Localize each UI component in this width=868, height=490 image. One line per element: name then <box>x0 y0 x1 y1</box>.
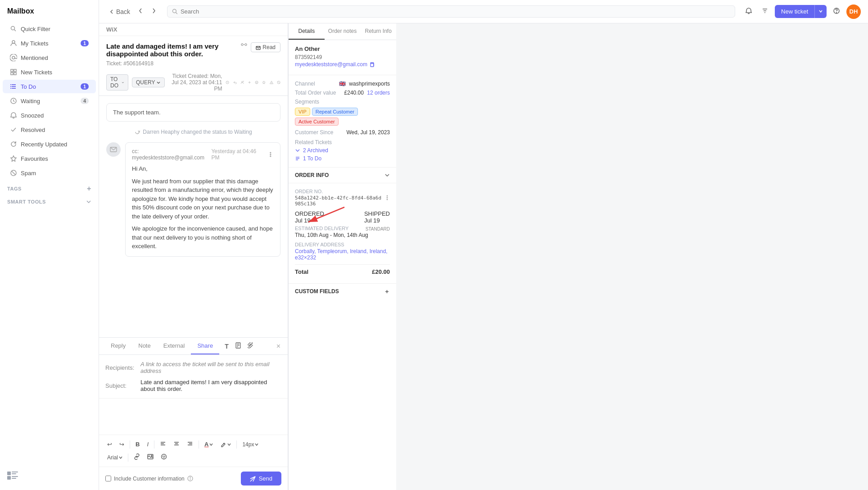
svg-marker-15 <box>11 156 16 161</box>
sidebar-item-snoozed[interactable]: Snoozed <box>3 109 96 122</box>
align-center-button[interactable] <box>171 439 182 450</box>
emoji-compose-icon <box>161 454 167 460</box>
svg-point-48 <box>270 152 271 153</box>
read-button[interactable]: Read <box>251 42 280 52</box>
timer-icon[interactable] <box>226 79 229 86</box>
link-toolbar-icon <box>134 454 140 460</box>
custom-fields-header[interactable]: CUSTOM FIELDS <box>289 284 396 299</box>
font-family-button[interactable]: Arial <box>104 453 125 463</box>
assign-icon[interactable] <box>240 79 244 86</box>
main-area: Back New ticket <box>99 0 868 490</box>
compose-tab-external[interactable]: External <box>157 338 191 354</box>
sidebar-item-favourites[interactable]: Favourites <box>3 152 96 165</box>
font-color-button[interactable]: A <box>202 439 216 449</box>
tags-add-button[interactable]: + <box>87 185 91 193</box>
sidebar-item-spam[interactable]: Spam <box>3 166 96 180</box>
sidebar-item-to-do[interactable]: To Do 1 <box>3 80 96 93</box>
italic-button[interactable]: I <box>144 439 151 449</box>
right-tab-details[interactable]: Details <box>289 23 325 40</box>
sidebar-item-recently-updated[interactable]: Recently Updated <box>3 137 96 151</box>
warning-icon[interactable] <box>270 79 273 86</box>
block-icon[interactable] <box>277 79 280 86</box>
custom-fields-add-icon[interactable] <box>384 289 390 295</box>
filter-button[interactable] <box>759 5 771 18</box>
align-left-button[interactable] <box>157 439 169 450</box>
svg-rect-18 <box>7 472 11 475</box>
compose-body[interactable] <box>99 399 288 435</box>
compose-icon-t[interactable]: T <box>223 340 231 352</box>
sidebar-item-waiting[interactable]: Waiting 4 <box>3 94 96 108</box>
estimated-delivery-field: ESTIMATED DELIVERY STANDARD Thu, 10th Au… <box>295 226 390 238</box>
redo-button[interactable]: ↪ <box>117 439 127 449</box>
font-color-caret <box>209 443 213 446</box>
font-size-button[interactable]: 14px <box>240 440 261 449</box>
channel-value: 🇬🇧 washprimexports <box>339 81 390 87</box>
orders-link[interactable]: 12 orders <box>367 90 390 96</box>
list-view-icon[interactable] <box>7 472 18 480</box>
order-no-field: ORDER NO. 548a1242-bb1e-42fc-8fd4-68a6d9… <box>295 189 390 207</box>
compose-tab-reply[interactable]: Reply <box>104 338 132 354</box>
link-button[interactable] <box>131 452 143 463</box>
sidebar-item-new-tickets[interactable]: New Tickets <box>3 65 96 79</box>
svg-point-72 <box>190 477 190 478</box>
new-ticket-caret[interactable] <box>814 5 827 18</box>
new-ticket-button[interactable]: New ticket <box>775 5 827 18</box>
add-tag-icon[interactable] <box>248 79 251 86</box>
order-dates: ORDERED Jul 19 SHIPPED Jul 19 <box>295 210 390 224</box>
total-row: Total £20.00 <box>295 264 390 275</box>
delivery-address-link[interactable]: Corbally, Templeorum, Ireland, Ireland, … <box>295 248 390 261</box>
ticket-status-bar: TO DO QUERY Ticket Created: Mon, Jul 24,… <box>106 69 280 95</box>
message-options-icon[interactable] <box>267 151 274 158</box>
svg-point-68 <box>163 456 163 456</box>
order-info-header[interactable]: ORDER INFO <box>289 168 396 183</box>
compose-toolbar: ↩ ↪ B I A <box>99 435 288 467</box>
svg-rect-23 <box>12 478 16 479</box>
svg-line-75 <box>250 476 255 481</box>
search-bar[interactable] <box>167 5 735 18</box>
nav-next-button[interactable] <box>148 6 160 17</box>
search-input[interactable] <box>181 8 730 15</box>
align-center-icon <box>173 440 180 447</box>
svg-point-12 <box>10 86 11 87</box>
filter-icon <box>761 7 769 14</box>
avatar[interactable]: DH <box>846 5 861 19</box>
compose-icon-doc[interactable] <box>233 340 243 352</box>
compose-icon-attach[interactable] <box>246 340 256 352</box>
sidebar-item-resolved[interactable]: Resolved <box>3 123 96 136</box>
svg-point-3 <box>12 56 15 59</box>
highlight-caret <box>227 443 231 446</box>
highlight-icon <box>220 441 226 448</box>
bold-button[interactable]: B <box>133 439 142 449</box>
compose-close-button[interactable]: × <box>275 340 282 352</box>
reply-icon[interactable] <box>233 79 237 86</box>
undo-button[interactable]: ↩ <box>104 439 115 449</box>
right-tab-order-notes[interactable]: Order notes <box>325 23 361 40</box>
copy-icon[interactable] <box>369 62 374 67</box>
svg-marker-41 <box>262 81 265 84</box>
star-ticket-icon[interactable] <box>262 79 266 86</box>
chevron-down-icon <box>86 199 91 204</box>
sidebar-item-quick-filter[interactable]: Quick Filter <box>3 22 96 36</box>
emoji-compose-button[interactable] <box>158 452 170 463</box>
right-tab-return-info[interactable]: Return Info <box>360 23 396 40</box>
compose-tab-share[interactable]: Share <box>191 338 219 354</box>
image-button[interactable] <box>145 452 156 463</box>
send-button[interactable]: Send <box>241 472 281 485</box>
sidebar-item-mentioned[interactable]: Mentioned <box>3 51 96 64</box>
status-dropdown[interactable]: TO DO <box>106 74 128 91</box>
font-family-caret <box>119 456 122 459</box>
query-dropdown[interactable]: QUERY <box>132 77 165 87</box>
svg-point-24 <box>173 9 176 13</box>
align-right-button[interactable] <box>184 439 196 450</box>
emoji-icon[interactable] <box>255 79 258 86</box>
back-button[interactable]: Back <box>106 6 133 17</box>
include-customer-checkbox[interactable] <box>105 476 111 481</box>
nav-prev-button[interactable] <box>135 6 146 17</box>
highlight-button[interactable] <box>217 440 234 449</box>
compose-tab-note[interactable]: Note <box>132 338 157 354</box>
notifications-button[interactable] <box>742 5 755 18</box>
sidebar-item-my-tickets[interactable]: My Tickets 1 <box>3 36 96 50</box>
help-button[interactable] <box>830 5 843 18</box>
order-options-icon[interactable] <box>384 195 390 200</box>
svg-rect-6 <box>11 73 13 75</box>
